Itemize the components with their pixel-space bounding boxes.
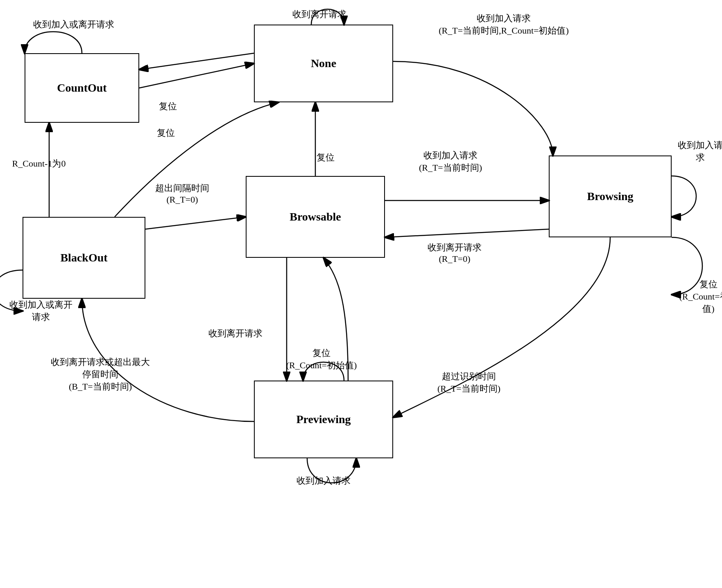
state-browsing: Browsing bbox=[549, 155, 672, 237]
state-previewing: Previewing bbox=[254, 381, 393, 458]
label-t4: 复位 bbox=[147, 100, 188, 113]
label-t8: 超出间隔时间(R_T=0) bbox=[139, 182, 225, 205]
label-t13: 收到离开请求 bbox=[195, 327, 276, 340]
label-t9: 收到加入请求(R_T=当前时间) bbox=[405, 149, 496, 174]
label-t1: 收到加入或离开请求 bbox=[23, 18, 125, 31]
diagram-container: CountOut None BlackOut Browsable Browsin… bbox=[0, 0, 722, 588]
label-t10: 收到加入请求 bbox=[676, 139, 722, 164]
label-t18: 复位(R_Count=初始值) bbox=[676, 278, 722, 315]
label-t15: 收到离开请求或超出最大停留时间(B_T=当前时间) bbox=[47, 356, 154, 393]
state-browsable: Browsable bbox=[246, 176, 385, 258]
label-t7: R_Count-1为0 bbox=[6, 158, 72, 170]
label-t5: 复位 bbox=[145, 127, 186, 139]
state-countout: CountOut bbox=[25, 53, 139, 123]
state-blackout: BlackOut bbox=[23, 217, 145, 299]
label-t3: 收到加入请求(R_T=当前时间,R_Count=初始值) bbox=[434, 12, 573, 37]
label-t11: 收到离开请求(R_T=0) bbox=[414, 241, 496, 264]
label-t14: 复位(R_Count=初始值) bbox=[274, 347, 369, 372]
label-t2: 收到离开请求 bbox=[278, 8, 360, 20]
label-t6: 复位 bbox=[309, 151, 342, 164]
state-none: None bbox=[254, 25, 393, 102]
label-t12: 收到加入或离开请求 bbox=[6, 299, 76, 323]
label-t17: 收到加入请求 bbox=[287, 475, 360, 487]
label-t16: 超过识别时间(R_T=当前时间) bbox=[418, 370, 520, 395]
